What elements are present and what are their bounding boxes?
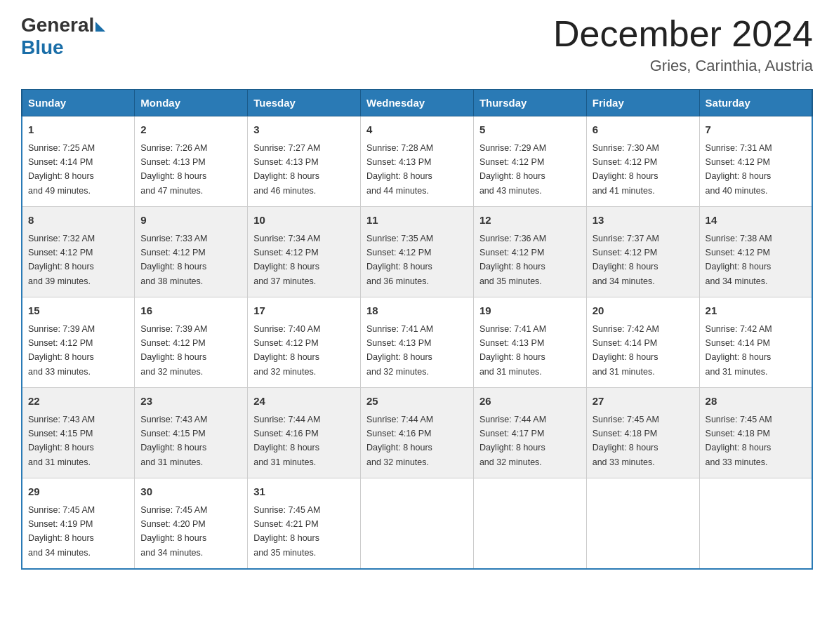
day-number: 5 (479, 122, 581, 138)
calendar-day-cell: 18Sunrise: 7:41 AMSunset: 4:13 PMDayligh… (361, 297, 474, 388)
calendar-day-cell: 26Sunrise: 7:44 AMSunset: 4:17 PMDayligh… (473, 388, 586, 478)
day-number: 2 (140, 122, 241, 138)
day-number: 8 (28, 213, 128, 229)
day-info: Sunrise: 7:41 AMSunset: 4:13 PMDaylight:… (479, 324, 546, 377)
day-number: 1 (28, 122, 128, 138)
day-number: 15 (28, 303, 128, 319)
calendar-week-row: 22Sunrise: 7:43 AMSunset: 4:15 PMDayligh… (22, 388, 812, 478)
day-number: 13 (593, 213, 694, 229)
day-info: Sunrise: 7:45 AMSunset: 4:18 PMDaylight:… (706, 415, 772, 467)
calendar-day-cell: 11Sunrise: 7:35 AMSunset: 4:12 PMDayligh… (361, 207, 474, 297)
calendar-day-cell (361, 478, 474, 570)
day-number: 20 (593, 303, 694, 319)
day-info: Sunrise: 7:31 AMSunset: 4:12 PMDaylight:… (706, 143, 772, 196)
day-info: Sunrise: 7:39 AMSunset: 4:12 PMDaylight:… (140, 324, 207, 377)
day-number: 31 (253, 484, 355, 500)
calendar-day-cell: 16Sunrise: 7:39 AMSunset: 4:12 PMDayligh… (135, 297, 248, 388)
calendar-col-header: Saturday (699, 90, 812, 116)
calendar-day-cell: 14Sunrise: 7:38 AMSunset: 4:12 PMDayligh… (699, 207, 812, 297)
day-info: Sunrise: 7:35 AMSunset: 4:12 PMDaylight:… (366, 234, 433, 286)
month-title: December 2024 (553, 14, 813, 54)
day-info: Sunrise: 7:26 AMSunset: 4:13 PMDaylight:… (140, 143, 207, 196)
day-number: 14 (706, 213, 806, 229)
calendar-week-row: 29Sunrise: 7:45 AMSunset: 4:19 PMDayligh… (22, 478, 812, 570)
page-header: General Blue December 2024 Gries, Carint… (21, 14, 813, 75)
calendar-day-cell: 25Sunrise: 7:44 AMSunset: 4:16 PMDayligh… (361, 388, 474, 478)
day-number: 12 (479, 213, 581, 229)
day-number: 23 (140, 394, 241, 410)
day-number: 19 (479, 303, 581, 319)
day-info: Sunrise: 7:43 AMSunset: 4:15 PMDaylight:… (28, 415, 95, 467)
calendar-day-cell: 17Sunrise: 7:40 AMSunset: 4:12 PMDayligh… (248, 297, 361, 388)
day-info: Sunrise: 7:41 AMSunset: 4:13 PMDaylight:… (366, 324, 433, 377)
calendar-col-header: Wednesday (361, 90, 474, 116)
day-info: Sunrise: 7:44 AMSunset: 4:17 PMDaylight:… (479, 415, 546, 467)
day-number: 3 (253, 122, 355, 138)
calendar-day-cell: 22Sunrise: 7:43 AMSunset: 4:15 PMDayligh… (22, 388, 135, 478)
logo-blue-text: Blue (21, 36, 64, 58)
calendar-day-cell: 27Sunrise: 7:45 AMSunset: 4:18 PMDayligh… (586, 388, 699, 478)
day-number: 30 (140, 484, 241, 500)
day-number: 26 (479, 394, 581, 410)
day-info: Sunrise: 7:38 AMSunset: 4:12 PMDaylight:… (706, 234, 772, 286)
calendar-week-row: 8Sunrise: 7:32 AMSunset: 4:12 PMDaylight… (22, 207, 812, 297)
day-number: 24 (253, 394, 355, 410)
day-number: 29 (28, 484, 128, 500)
calendar-day-cell: 4Sunrise: 7:28 AMSunset: 4:13 PMDaylight… (361, 116, 474, 207)
calendar-day-cell: 21Sunrise: 7:42 AMSunset: 4:14 PMDayligh… (699, 297, 812, 388)
logo-general-text: General (21, 14, 94, 36)
day-info: Sunrise: 7:32 AMSunset: 4:12 PMDaylight:… (28, 234, 95, 286)
calendar-col-header: Tuesday (248, 90, 361, 116)
day-number: 21 (706, 303, 806, 319)
day-number: 22 (28, 394, 128, 410)
day-number: 11 (366, 213, 468, 229)
calendar-day-cell (586, 478, 699, 570)
calendar-day-cell: 8Sunrise: 7:32 AMSunset: 4:12 PMDaylight… (22, 207, 135, 297)
calendar-header-row: SundayMondayTuesdayWednesdayThursdayFrid… (22, 90, 812, 116)
calendar-day-cell: 19Sunrise: 7:41 AMSunset: 4:13 PMDayligh… (473, 297, 586, 388)
day-info: Sunrise: 7:45 AMSunset: 4:20 PMDaylight:… (140, 505, 207, 558)
day-info: Sunrise: 7:29 AMSunset: 4:12 PMDaylight:… (479, 143, 546, 196)
calendar-col-header: Friday (586, 90, 699, 116)
day-info: Sunrise: 7:45 AMSunset: 4:21 PMDaylight:… (253, 505, 320, 558)
calendar-day-cell: 9Sunrise: 7:33 AMSunset: 4:12 PMDaylight… (135, 207, 248, 297)
day-info: Sunrise: 7:33 AMSunset: 4:12 PMDaylight:… (140, 234, 207, 286)
calendar-table: SundayMondayTuesdayWednesdayThursdayFrid… (21, 89, 813, 570)
calendar-day-cell: 13Sunrise: 7:37 AMSunset: 4:12 PMDayligh… (586, 207, 699, 297)
calendar-day-cell: 24Sunrise: 7:44 AMSunset: 4:16 PMDayligh… (248, 388, 361, 478)
day-number: 7 (706, 122, 806, 138)
calendar-day-cell: 28Sunrise: 7:45 AMSunset: 4:18 PMDayligh… (699, 388, 812, 478)
day-number: 10 (253, 213, 355, 229)
day-info: Sunrise: 7:44 AMSunset: 4:16 PMDaylight:… (366, 415, 433, 467)
calendar-col-header: Sunday (22, 90, 135, 116)
day-number: 9 (140, 213, 241, 229)
day-info: Sunrise: 7:42 AMSunset: 4:14 PMDaylight:… (593, 324, 659, 377)
day-info: Sunrise: 7:34 AMSunset: 4:12 PMDaylight:… (253, 234, 320, 286)
day-number: 17 (253, 303, 355, 319)
calendar-day-cell: 12Sunrise: 7:36 AMSunset: 4:12 PMDayligh… (473, 207, 586, 297)
calendar-day-cell: 20Sunrise: 7:42 AMSunset: 4:14 PMDayligh… (586, 297, 699, 388)
day-info: Sunrise: 7:45 AMSunset: 4:18 PMDaylight:… (593, 415, 659, 467)
calendar-col-header: Monday (135, 90, 248, 116)
calendar-week-row: 15Sunrise: 7:39 AMSunset: 4:12 PMDayligh… (22, 297, 812, 388)
calendar-day-cell: 23Sunrise: 7:43 AMSunset: 4:15 PMDayligh… (135, 388, 248, 478)
day-info: Sunrise: 7:37 AMSunset: 4:12 PMDaylight:… (593, 234, 659, 286)
calendar-day-cell: 7Sunrise: 7:31 AMSunset: 4:12 PMDaylight… (699, 116, 812, 207)
day-number: 6 (593, 122, 694, 138)
day-info: Sunrise: 7:39 AMSunset: 4:12 PMDaylight:… (28, 324, 95, 377)
day-info: Sunrise: 7:28 AMSunset: 4:13 PMDaylight:… (366, 143, 433, 196)
day-info: Sunrise: 7:44 AMSunset: 4:16 PMDaylight:… (253, 415, 320, 467)
day-number: 16 (140, 303, 241, 319)
title-area: December 2024 Gries, Carinthia, Austria (553, 14, 813, 75)
calendar-day-cell: 30Sunrise: 7:45 AMSunset: 4:20 PMDayligh… (135, 478, 248, 570)
calendar-day-cell (473, 478, 586, 570)
calendar-week-row: 1Sunrise: 7:25 AMSunset: 4:14 PMDaylight… (22, 116, 812, 207)
calendar-day-cell: 3Sunrise: 7:27 AMSunset: 4:13 PMDaylight… (248, 116, 361, 207)
calendar-day-cell: 2Sunrise: 7:26 AMSunset: 4:13 PMDaylight… (135, 116, 248, 207)
day-info: Sunrise: 7:27 AMSunset: 4:13 PMDaylight:… (253, 143, 320, 196)
day-info: Sunrise: 7:25 AMSunset: 4:14 PMDaylight:… (28, 143, 95, 196)
calendar-day-cell: 10Sunrise: 7:34 AMSunset: 4:12 PMDayligh… (248, 207, 361, 297)
day-number: 28 (706, 394, 806, 410)
day-info: Sunrise: 7:42 AMSunset: 4:14 PMDaylight:… (706, 324, 772, 377)
day-info: Sunrise: 7:36 AMSunset: 4:12 PMDaylight:… (479, 234, 546, 286)
